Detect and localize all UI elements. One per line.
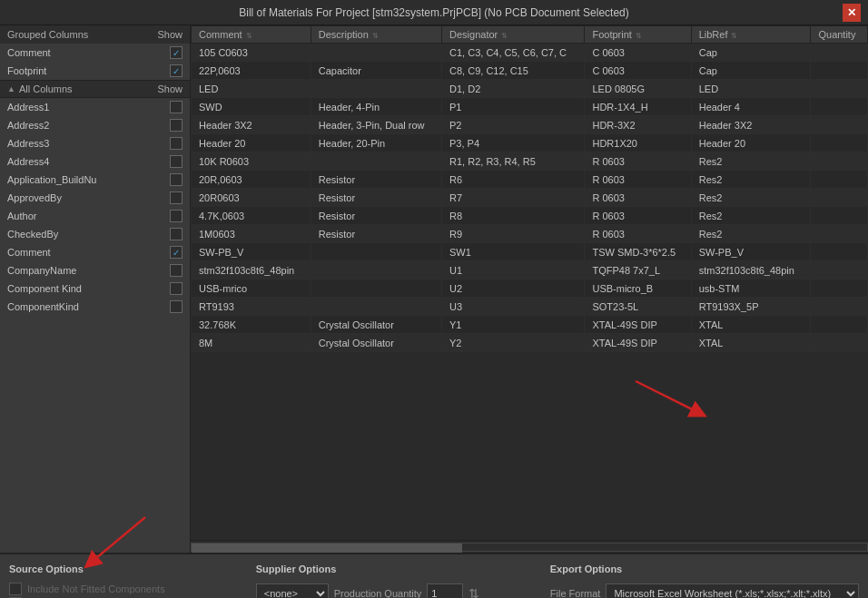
cell-libref: XTAL: [691, 334, 811, 352]
table-column-header[interactable]: Footprint⇅: [585, 26, 691, 44]
cell-comment: 20R,0603: [192, 171, 311, 189]
cell-description: Crystal Oscillator: [311, 334, 441, 352]
cell-comment: SWD: [192, 98, 311, 116]
cell-libref: XTAL: [691, 316, 811, 334]
supplier-options-section: Supplier Options <none> Production Quant…: [256, 564, 541, 598]
all-column-item[interactable]: CompanyName: [0, 261, 190, 279]
file-format-select[interactable]: Microsoft Excel Worksheet (*.xls;*.xlsx;…: [606, 583, 859, 598]
cell-comment: 8M: [192, 334, 311, 352]
all-column-item[interactable]: Address3: [0, 134, 190, 152]
grouped-column-item[interactable]: Comment: [0, 44, 190, 62]
table-row[interactable]: USB-mricoU2USB-micro_Busb-STM: [192, 279, 868, 298]
all-column-item-checkbox[interactable]: [170, 246, 182, 259]
table-column-header[interactable]: Comment⇅: [192, 26, 311, 44]
table-row[interactable]: Header 20Header, 20-PinP3, P4HDR1X20Head…: [192, 134, 868, 152]
all-column-item[interactable]: ComponentKind: [0, 298, 190, 316]
all-column-item[interactable]: CheckedBy: [0, 225, 190, 243]
cell-description: Resistor: [311, 171, 441, 189]
grouped-columns-show-label: Show: [157, 29, 182, 40]
all-column-item[interactable]: ApprovedBy: [0, 189, 190, 207]
grouped-item-checkbox[interactable]: [170, 46, 182, 59]
cell-designator: C1, C3, C4, C5, C6, C7, C: [442, 44, 585, 62]
all-column-item-checkbox[interactable]: [170, 210, 182, 222]
all-column-item-checkbox[interactable]: [170, 173, 182, 186]
all-column-item-checkbox[interactable]: [170, 137, 182, 150]
grouped-item-checkbox[interactable]: [170, 64, 182, 77]
table-row[interactable]: SW-PB_VSW1TSW SMD-3*6*2.5SW-PB_V: [192, 243, 868, 261]
supplier-select[interactable]: <none>: [256, 583, 329, 598]
table-row[interactable]: 8MCrystal OscillatorY2XTAL-49S DIPXTAL: [192, 334, 868, 352]
table-column-header[interactable]: Description⇅: [311, 26, 441, 44]
title-bar: Bill of Materials For Project [stm32syst…: [0, 0, 868, 25]
table-row[interactable]: 20R0603ResistorR7R 0603Res2: [192, 189, 868, 207]
table-row[interactable]: LEDD1, D2LED 0805GLED: [192, 80, 868, 98]
cell-libref: Header 4: [691, 98, 811, 116]
all-column-item-checkbox[interactable]: [170, 300, 182, 313]
cell-designator: R9: [442, 225, 585, 243]
cell-libref: Header 20: [691, 134, 811, 152]
table-column-header[interactable]: LibRef⇅: [691, 26, 811, 44]
table-column-header[interactable]: Quantity: [811, 26, 868, 44]
cell-designator: P2: [442, 116, 585, 134]
cell-quantity: [811, 171, 868, 189]
cell-footprint: R 0603: [585, 225, 691, 243]
horizontal-scrollbar[interactable]: [191, 540, 868, 553]
all-column-item-checkbox[interactable]: [170, 191, 182, 204]
all-column-item-checkbox[interactable]: [170, 119, 182, 132]
cell-description: Header, 20-Pin: [311, 134, 441, 152]
all-column-item[interactable]: Comment: [0, 243, 190, 261]
table-row[interactable]: 32.768KCrystal OscillatorY1XTAL-49S DIPX…: [192, 316, 868, 334]
table-row[interactable]: stm32f103c8t6_48pinU1TQFP48 7x7_Lstm32f1…: [192, 261, 868, 279]
table-row[interactable]: 4.7K,0603ResistorR8R 0603Res2: [192, 207, 868, 225]
all-column-item-name: Address4: [7, 156, 166, 167]
all-column-item-checkbox[interactable]: [170, 264, 182, 277]
all-column-item-name: Address3: [7, 138, 166, 149]
grouped-column-item[interactable]: Footprint: [0, 62, 190, 80]
bom-table-container[interactable]: Comment⇅Description⇅Designator⇅Footprint…: [191, 25, 868, 540]
all-column-item[interactable]: Application_BuildNu: [0, 171, 190, 189]
cell-designator: Y2: [442, 334, 585, 352]
all-column-item-checkbox[interactable]: [170, 155, 182, 168]
cell-designator: R1, R2, R3, R4, R5: [442, 152, 585, 171]
cell-comment: Header 20: [192, 134, 311, 152]
all-column-item[interactable]: Address4: [0, 152, 190, 171]
cell-description: [311, 298, 441, 316]
cell-libref: RT9193X_5P: [691, 298, 811, 316]
all-column-item-name: Component Kind: [7, 283, 166, 294]
grouped-item-name: Footprint: [7, 65, 166, 76]
cell-description: [311, 243, 441, 261]
table-row[interactable]: 105 C0603C1, C3, C4, C5, C6, C7, CC 0603…: [192, 44, 868, 62]
supplier-row: <none> Production Quantity ⇅: [256, 583, 541, 598]
table-row[interactable]: 1M0603ResistorR9R 0603Res2: [192, 225, 868, 243]
all-column-item-checkbox[interactable]: [170, 101, 182, 113]
cell-quantity: [811, 207, 868, 225]
cell-description: Header, 3-Pin, Dual row: [311, 116, 441, 134]
all-column-item-name: CheckedBy: [7, 229, 166, 240]
table-column-header[interactable]: Designator⇅: [442, 26, 585, 44]
all-column-item[interactable]: Address2: [0, 116, 190, 134]
grouped-columns-title: Grouped Columns: [7, 29, 88, 40]
all-column-item-name: ApprovedBy: [7, 192, 166, 203]
cell-quantity: [811, 279, 868, 298]
table-row[interactable]: 20R,0603ResistorR6R 0603Res2: [192, 171, 868, 189]
all-column-item-checkbox[interactable]: [170, 228, 182, 240]
source-options-section: Source Options Include Not Fitted Compon…: [9, 564, 247, 598]
cell-libref: Res2: [691, 207, 811, 225]
all-column-item[interactable]: Author: [0, 207, 190, 225]
close-button[interactable]: ✕: [843, 4, 861, 22]
table-row[interactable]: SWDHeader, 4-PinP1HDR-1X4_HHeader 4: [192, 98, 868, 116]
table-row[interactable]: 10K R0603R1, R2, R3, R4, R5R 0603Res2: [192, 152, 868, 171]
cell-libref: usb-STM: [691, 279, 811, 298]
table-row[interactable]: 22P,0603CapacitorC8, C9, C12, C15C 0603C…: [192, 62, 868, 80]
cell-footprint: HDR-3X2: [585, 116, 691, 134]
production-qty-input[interactable]: [427, 583, 463, 598]
table-row[interactable]: RT9193U3SOT23-5LRT9193X_5P: [192, 298, 868, 316]
cell-libref: stm32f103c8t6_48pin: [691, 261, 811, 279]
grouped-columns-section: Grouped Columns Show Comment Footprint: [0, 25, 190, 81]
cell-footprint: R 0603: [585, 207, 691, 225]
table-row[interactable]: Header 3X2Header, 3-Pin, Dual rowP2HDR-3…: [192, 116, 868, 134]
cell-libref: Res2: [691, 225, 811, 243]
all-column-item[interactable]: Address1: [0, 98, 190, 116]
all-column-item[interactable]: Component Kind: [0, 279, 190, 298]
all-column-item-checkbox[interactable]: [170, 282, 182, 295]
